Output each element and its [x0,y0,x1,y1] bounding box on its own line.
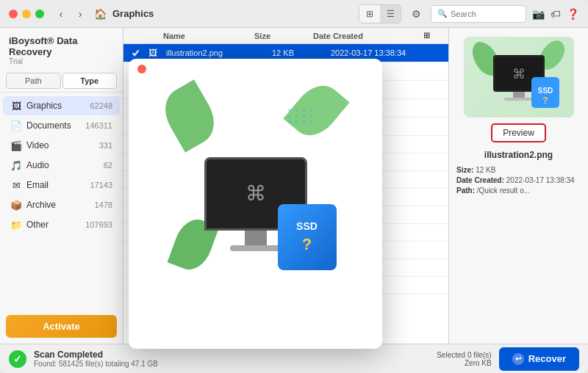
svg-rect-6 [504,98,534,101]
nav-arrows: ‹ › [53,6,88,22]
imac-base [230,245,282,251]
sidebar-item-other[interactable]: 📁 Other 107693 [3,215,120,234]
path-value: /Quick result o... [477,186,530,195]
thumbnail-illustration: ⌘ SSD ? [471,40,567,114]
apple-logo-icon: ⌘ [245,181,266,206]
ssd-label: SSD [296,220,318,232]
sidebar-item-audio[interactable]: 🎵 Audio 62 [3,156,120,175]
sidebar-list: 🖼 Graphics 62248 📄 Documents 146311 🎬 Vi… [0,93,123,309]
imac-illustration: ⌘ SSD ? [153,79,359,329]
other-icon: 📁 [10,219,22,231]
home-icon[interactable]: 🏠 [94,8,107,20]
list-view-button[interactable]: ☰ [380,5,401,23]
sidebar-item-graphics[interactable]: 🖼 Graphics 62248 [3,96,120,115]
close-button[interactable] [9,10,18,18]
file-name-0: illustration2.png [166,48,272,57]
sidebar-count-archive: 1478 [95,200,112,209]
grid-view-button[interactable]: ⊞ [359,5,380,23]
view-toggle: ⊞ ☰ [359,4,401,23]
tag-icon[interactable]: 🏷 [551,8,561,20]
email-icon: ✉ [10,179,22,191]
scan-text: Scan Completed Found: 581425 file(s) tot… [34,350,429,368]
preview-overlay: ⌘ SSD ? [129,59,382,349]
date-value: 2022-03-17 13:38:34 [506,176,575,184]
sidebar-item-archive[interactable]: 📦 Archive 1478 [3,195,120,214]
right-panel: ⌘ SSD ? Preview illustration2.png Size: … [448,28,588,344]
size-label: Size: [456,166,473,174]
video-icon: 🎬 [10,140,22,151]
toolbar-right: ⊞ ☰ ⚙ 🔍 📷 🏷 ❓ [359,4,579,23]
sidebar-label-video: Video [26,140,99,151]
sidebar-count-documents: 146311 [85,121,112,130]
audio-icon: 🎵 [10,159,22,171]
right-panel-thumbnail: ⌘ SSD ? [464,37,574,117]
activate-button[interactable]: Activate [6,315,117,338]
row-checkbox-0[interactable] [131,48,140,58]
file-checkbox[interactable] [131,48,148,58]
sidebar-count-audio: 62 [104,161,112,170]
minimize-button[interactable] [22,10,31,18]
file-info-name: illustration2.png [484,150,553,160]
leaf-top-left [156,79,223,152]
ssd-box: SSD ? [278,204,337,270]
sidebar-count-email: 17143 [90,181,112,189]
file-date-row: Date Created: 2022-03-17 13:38:34 [456,176,581,184]
sidebar-label-other: Other [26,220,85,230]
sidebar-label-audio: Audio [26,160,104,170]
archive-icon: 📦 [10,199,22,211]
header-actions: ⊞ [423,31,441,40]
sidebar-item-email[interactable]: ✉ Email 17143 [3,175,120,195]
sidebar-label-email: Email [26,180,90,190]
file-date-0: 2022-03-17 13:38:34 [331,48,441,57]
recover-button[interactable]: ↩ Recover [499,347,579,371]
header-size: Size [254,32,313,40]
tab-row: Path Type [0,70,123,93]
sidebar-count-video: 331 [99,141,112,150]
scan-subtitle: Found: 581425 file(s) totaling 47.1 GB [34,360,429,368]
file-list-header: Name Size Date Created ⊞ [123,28,448,44]
sidebar-item-documents[interactable]: 📄 Documents 146311 [3,116,120,135]
file-type-icon: 🖼 [148,48,163,58]
search-input[interactable] [451,10,520,18]
recover-label: Recover [528,353,566,364]
window-title: Graphics [112,8,154,19]
titlebar: ‹ › 🏠 Graphics ⊞ ☰ ⚙ 🔍 📷 🏷 ❓ [0,0,588,28]
search-icon: 🔍 [437,9,448,18]
app-name: iBoysoft® Data Recovery [9,35,114,57]
selected-files: Selected 0 file(s) [437,351,491,359]
tab-type[interactable]: Type [62,73,118,89]
overlay-close-button[interactable] [137,65,146,73]
sidebar-header: iBoysoft® Data Recovery Trial [0,28,123,70]
help-icon[interactable]: ❓ [567,8,579,20]
back-button[interactable]: ‹ [53,6,69,22]
forward-button[interactable]: › [72,6,88,22]
file-path-row: Path: /Quick result o... [456,186,581,195]
sidebar-label-graphics: Graphics [26,101,90,111]
sidebar-count-graphics: 62248 [90,101,112,110]
selected-size: Zero KB [437,359,491,367]
camera-icon[interactable]: 📷 [532,8,545,20]
svg-text:SSD: SSD [537,87,553,95]
maximize-button[interactable] [35,10,44,18]
traffic-lights [9,10,44,18]
svg-rect-5 [513,92,525,98]
sidebar-label-documents: Documents [26,120,85,131]
file-size-0: 12 KB [272,48,331,57]
scan-title: Scan Completed [34,350,429,360]
path-label: Path: [456,186,475,195]
tab-path[interactable]: Path [6,73,61,89]
recover-icon: ↩ [512,353,524,365]
imac-stand [245,231,267,245]
sort-icon[interactable]: ⊞ [423,31,430,40]
header-date: Date Created [313,32,423,40]
filter-button[interactable]: ⚙ [407,5,425,23]
sidebar-item-video[interactable]: 🎬 Video 331 [3,136,120,155]
selected-info: Selected 0 file(s) Zero KB [437,351,491,367]
file-size-row: Size: 12 KB [456,166,581,174]
preview-button[interactable]: Preview [491,123,546,142]
date-label: Date Created: [456,176,504,184]
header-name: Name [163,32,254,40]
scan-complete-icon: ✓ [9,350,26,368]
graphics-icon: 🖼 [10,100,22,112]
size-value: 12 KB [476,166,495,174]
